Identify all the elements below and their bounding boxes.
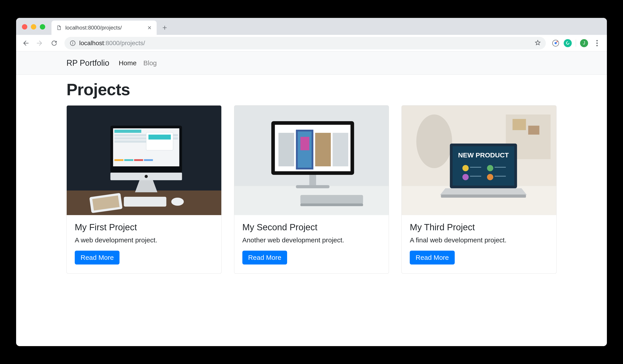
read-more-button[interactable]: Read More <box>75 251 119 264</box>
navbar-links: Home Blog <box>119 59 157 67</box>
svg-rect-17 <box>148 135 171 140</box>
url-port: :8000 <box>104 40 120 47</box>
new-tab-button[interactable] <box>159 22 170 33</box>
svg-rect-37 <box>333 133 348 166</box>
svg-rect-21 <box>144 159 153 161</box>
bookmark-star-icon[interactable] <box>534 40 541 47</box>
svg-point-5 <box>596 40 598 41</box>
address-bar[interactable]: localhost:8000/projects/ <box>65 37 546 49</box>
url-text: localhost:8000/projects/ <box>79 40 532 47</box>
svg-point-25 <box>171 198 184 206</box>
svg-rect-32 <box>278 133 294 166</box>
svg-rect-40 <box>300 195 363 204</box>
page-viewport: RP Portfolio Home Blog Projects <box>16 51 607 346</box>
navbar-brand[interactable]: RP Portfolio <box>67 58 109 68</box>
project-card: My First Project A web development proje… <box>67 105 222 274</box>
svg-rect-18 <box>114 159 123 161</box>
reload-button[interactable] <box>48 37 60 49</box>
browser-window: localhost:8000/projects/ localhost:8000/… <box>16 18 607 346</box>
project-description: A web development project. <box>75 236 213 244</box>
svg-text:NEW PRODUCT: NEW PRODUCT <box>458 151 509 159</box>
page-heading: Projects <box>67 80 556 99</box>
site-navbar: RP Portfolio Home Blog <box>16 51 607 75</box>
maximize-window-button[interactable] <box>40 24 45 30</box>
svg-rect-41 <box>300 203 363 206</box>
project-card: My Second Project Another web developmen… <box>234 105 389 274</box>
minimize-window-button[interactable] <box>31 24 36 30</box>
svg-point-23 <box>145 175 148 178</box>
site-info-icon[interactable] <box>69 40 76 46</box>
read-more-button[interactable]: Read More <box>242 251 287 264</box>
url-host: localhost <box>79 40 104 47</box>
browser-tab[interactable]: localhost:8000/projects/ <box>51 20 157 35</box>
page-favicon-icon <box>56 25 62 31</box>
project-title: My Third Project <box>410 222 548 232</box>
svg-rect-35 <box>300 137 309 150</box>
project-description: Another web development project. <box>242 236 381 244</box>
extension-icons: J <box>550 38 604 48</box>
svg-point-6 <box>596 42 598 44</box>
back-button[interactable] <box>19 37 32 49</box>
svg-rect-46 <box>528 126 539 135</box>
close-window-button[interactable] <box>22 24 27 30</box>
project-image: NEW PRODUCT <box>402 105 556 215</box>
project-title: My Second Project <box>242 222 381 232</box>
tab-title: localhost:8000/projects/ <box>65 25 144 31</box>
profile-avatar[interactable]: J <box>580 39 588 47</box>
svg-point-53 <box>463 174 469 180</box>
browser-menu-icon[interactable] <box>592 38 602 48</box>
svg-point-7 <box>596 45 598 46</box>
close-tab-icon[interactable] <box>147 25 152 30</box>
svg-rect-38 <box>309 175 316 185</box>
svg-rect-45 <box>513 119 526 130</box>
project-title: My First Project <box>75 222 213 232</box>
tab-bar: localhost:8000/projects/ <box>16 18 607 35</box>
nav-link-blog[interactable]: Blog <box>143 59 157 67</box>
svg-rect-24 <box>124 197 166 207</box>
extension-icon-1[interactable] <box>552 39 560 47</box>
svg-rect-20 <box>134 159 143 161</box>
nav-link-home[interactable]: Home <box>119 59 136 67</box>
project-image <box>234 105 389 215</box>
svg-rect-12 <box>114 130 141 133</box>
url-path: /projects/ <box>120 40 145 47</box>
svg-rect-2 <box>72 43 73 44</box>
window-controls <box>22 24 45 30</box>
svg-rect-59 <box>441 195 526 198</box>
svg-rect-39 <box>296 185 329 188</box>
svg-point-43 <box>417 115 452 168</box>
svg-rect-36 <box>315 133 331 166</box>
svg-rect-19 <box>124 159 133 161</box>
svg-point-1 <box>72 41 73 42</box>
browser-toolbar: localhost:8000/projects/ J <box>16 35 607 51</box>
read-more-button[interactable]: Read More <box>410 251 454 264</box>
svg-point-54 <box>487 174 493 180</box>
forward-button[interactable] <box>34 37 46 49</box>
avatar-initial: J <box>583 40 585 46</box>
project-card: NEW PRODUCT <box>401 105 556 274</box>
project-image <box>67 105 221 215</box>
svg-point-52 <box>487 165 493 171</box>
svg-point-51 <box>463 165 469 171</box>
extension-icon-2[interactable] <box>564 39 572 47</box>
project-description: A final web development project. <box>410 236 548 244</box>
toolbar-divider <box>576 40 576 47</box>
project-cards: My First Project A web development proje… <box>67 105 556 274</box>
